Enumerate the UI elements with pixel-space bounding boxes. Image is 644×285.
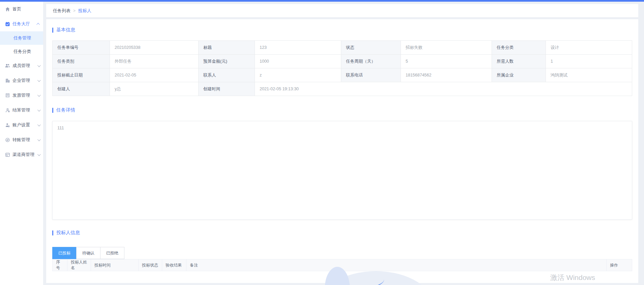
table-row: 任务类别 外部任务 预算金额(元) 1000 任务周期（天） 5 所需人数 1 — [53, 55, 632, 68]
tab-rejected[interactable]: 已拒绝 — [100, 247, 124, 259]
column-header: 操作 — [607, 259, 632, 271]
table-row: 任务单编号 20210205338 标题 123 状态 招标失败 任务分类 设计 — [53, 41, 632, 55]
sidebar-item-label: 发票管理 — [12, 92, 37, 98]
section-title-task-detail: 任务详情 — [52, 107, 632, 113]
column-header: 投标人姓名 — [67, 259, 91, 271]
field-value: 20210205338 — [110, 41, 199, 55]
breadcrumb-current-link[interactable]: 投标人 — [78, 8, 91, 14]
field-value: 鸿鹄测试 — [546, 68, 632, 82]
detail-page-card: 基本信息 任务单编号 20210205338 标题 123 状态 招标失败 任务… — [46, 19, 638, 283]
task-hall-icon — [5, 21, 10, 27]
field-label: 任务类别 — [53, 55, 110, 68]
main-area: 任务列表 > 投标人 基本信息 任务单编号 20210205338 标题 123… — [43, 2, 644, 285]
field-value: z — [255, 68, 341, 82]
sidebar-item-members[interactable]: 成员管理 — [0, 58, 43, 73]
bidder-status-tabs: 已投标 待确认 已拒绝 — [52, 247, 632, 259]
tab-pending-confirm[interactable]: 待确认 — [76, 247, 100, 259]
chevron-down-icon — [37, 138, 41, 141]
settlement-icon — [5, 107, 10, 113]
section-title-text: 任务详情 — [56, 107, 75, 113]
sidebar: 首页 任务大厅 任务管理 任务分类 成员管理 企业管理 发票管理 — [0, 2, 43, 285]
field-label: 创建人 — [53, 82, 110, 96]
home-icon — [5, 6, 10, 12]
column-header: 备注 — [186, 259, 607, 271]
transfer-icon — [5, 137, 10, 142]
field-label: 所需人数 — [492, 55, 546, 68]
chevron-down-icon — [37, 64, 41, 67]
column-header: 投标状态 — [139, 259, 162, 271]
field-label: 投标截止日期 — [53, 68, 110, 82]
field-label: 预算金额(元) — [199, 55, 255, 68]
section-title-bar — [52, 230, 53, 235]
enterprise-icon — [5, 78, 10, 83]
sidebar-subitem-label: 任务管理 — [13, 35, 31, 41]
sidebar-item-label: 任务大厅 — [12, 21, 37, 27]
tab-bid-submitted[interactable]: 已投标 — [52, 247, 77, 259]
sidebar-subitem-label: 任务分类 — [13, 49, 31, 55]
task-detail-content: 111 — [52, 121, 632, 220]
field-label: 所属企业 — [492, 68, 546, 82]
table-row: 创建人 y总 创建时间 2021-02-05 19:13:30 — [53, 82, 632, 96]
field-label: 联系电话 — [341, 68, 401, 82]
field-value: 2021-02-05 19:13:30 — [255, 82, 632, 96]
field-value: 招标失败 — [401, 41, 492, 55]
section-title-basic-info: 基本信息 — [52, 27, 632, 33]
sidebar-item-label: 转账管理 — [12, 137, 37, 143]
column-header: 投标时间 — [91, 259, 139, 271]
field-label: 联系人 — [199, 68, 255, 82]
section-title-bar — [52, 28, 53, 33]
field-label: 任务单编号 — [53, 41, 110, 55]
chevron-down-icon — [37, 108, 41, 112]
sidebar-item-label: 账户设置 — [12, 122, 37, 128]
breadcrumb-parent-link[interactable]: 任务列表 — [53, 8, 70, 14]
sidebar-item-task-hall[interactable]: 任务大厅 — [0, 17, 43, 31]
sidebar-subitem-task-category[interactable]: 任务分类 — [0, 45, 43, 58]
sidebar-item-transfer[interactable]: 转账管理 — [0, 132, 43, 147]
sidebar-subitem-task-manage[interactable]: 任务管理 — [0, 31, 43, 45]
chevron-down-icon — [37, 123, 41, 126]
field-value: 123 — [255, 41, 341, 55]
breadcrumb: 任务列表 > 投标人 — [46, 4, 638, 17]
sidebar-item-label: 首页 — [12, 6, 43, 12]
sidebar-item-channel[interactable]: 渠道商管理 — [0, 147, 43, 162]
field-label: 标题 — [199, 41, 255, 55]
section-title-bidders: 投标人信息 — [52, 230, 632, 236]
sidebar-item-settlement[interactable]: 结算管理 — [0, 103, 43, 118]
sidebar-item-account[interactable]: 账户设置 — [0, 118, 43, 132]
table-header-row: 序号 投标人姓名 投标时间 投标状态 验收结果 备注 操作 — [53, 259, 632, 271]
chevron-down-icon — [37, 78, 41, 82]
members-icon — [5, 63, 10, 68]
field-value: 外部任务 — [110, 55, 199, 68]
chevron-down-icon — [37, 153, 41, 156]
field-label: 创建时间 — [199, 82, 255, 96]
field-value: 设计 — [546, 41, 632, 55]
bidders-table: 序号 投标人姓名 投标时间 投标状态 验收结果 备注 操作 — [52, 259, 632, 271]
field-value: 1000 — [255, 55, 341, 68]
field-value: 1 — [546, 55, 632, 68]
column-header: 序号 — [53, 259, 67, 271]
field-label: 任务分类 — [492, 41, 546, 55]
section-title-bar — [52, 108, 53, 113]
account-icon — [5, 122, 10, 128]
top-accent-bar — [0, 0, 644, 2]
column-header: 验收结果 — [162, 259, 186, 271]
channel-icon — [5, 152, 10, 157]
basic-info-table: 任务单编号 20210205338 标题 123 状态 招标失败 任务分类 设计… — [52, 40, 632, 96]
sidebar-item-invoice[interactable]: 发票管理 — [0, 88, 43, 103]
sidebar-item-enterprise[interactable]: 企业管理 — [0, 73, 43, 88]
field-label: 状态 — [341, 41, 401, 55]
field-value: y总 — [110, 82, 199, 96]
table-row: 投标截止日期 2021-02-05 联系人 z 联系电话 18156874562… — [53, 68, 632, 82]
section-title-text: 投标人信息 — [56, 230, 80, 236]
invoice-icon — [5, 93, 10, 98]
field-value: 18156874562 — [401, 68, 492, 82]
sidebar-item-home[interactable]: 首页 — [0, 2, 43, 17]
field-label: 任务周期（天） — [341, 55, 401, 68]
breadcrumb-separator: > — [73, 8, 76, 13]
sidebar-item-label: 成员管理 — [12, 63, 37, 69]
section-title-text: 基本信息 — [56, 27, 75, 33]
chevron-down-icon — [37, 93, 41, 97]
field-value: 5 — [401, 55, 492, 68]
field-value: 2021-02-05 — [110, 68, 199, 82]
sidebar-item-label: 结算管理 — [12, 107, 37, 113]
